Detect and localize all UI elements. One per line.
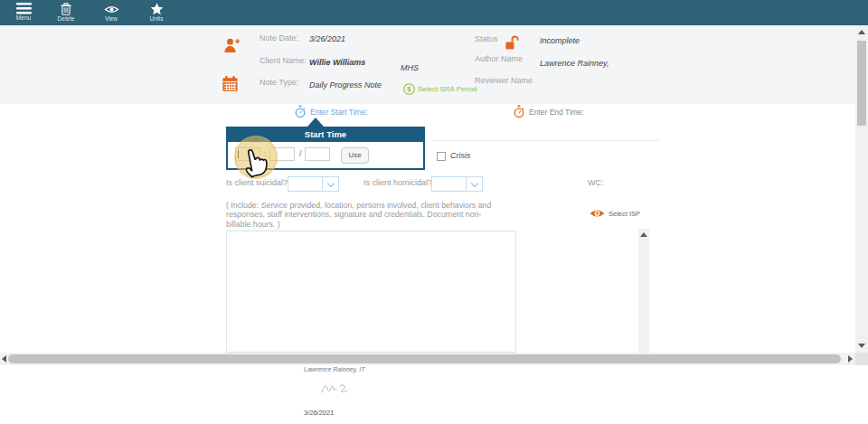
page-vertical-scrollbar[interactable] [855,25,868,353]
chevron-down-icon [326,179,334,186]
client-name-label: Client Name: [259,56,307,65]
status-value: Incomplete [540,36,580,45]
note-header-panel: Note Date: 3/26/2021 Client Name: Willie… [0,25,855,104]
signature-name: Lawrence Rainney, IT [304,366,365,372]
use-button[interactable]: Use [341,147,369,164]
isp-eye-icon [590,208,605,219]
signature-scribble [318,381,351,397]
ampm-input[interactable] [305,147,330,161]
author-name-label: Author Name [475,54,523,63]
select-sra-period-label: Select SRA Period [418,85,477,93]
signature-date: 3/26/2021 [304,409,334,417]
select-isp-label: Select ISP [609,210,640,218]
view-icon [104,4,119,15]
svg-text:$: $ [407,85,411,93]
status-label: Status [475,34,498,43]
note-type-value[interactable]: Daily Progress Note [309,80,382,90]
homicidal-dropdown[interactable] [431,176,483,192]
popup-pointer [307,118,324,127]
scrollbar-corner [855,353,868,365]
wc-label: WC: [588,178,604,187]
view-button[interactable]: View [94,0,128,28]
start-stopwatch-icon [294,105,307,118]
enter-start-time-link[interactable]: Enter Start Time: [294,105,368,118]
units-button[interactable]: Units [139,0,174,28]
time-row-divider [432,140,660,141]
note-textarea[interactable] [226,231,516,353]
note-panel-scrollbar[interactable] [638,229,649,353]
author-name-value: Lawrence Rainney, [540,59,609,68]
slash-separator: / [299,149,302,158]
scroll-up-arrow-icon[interactable] [640,232,647,237]
homicidal-question-label: Is client homicidal? [363,178,432,187]
select-sra-period-link[interactable]: $ Select SRA Period [403,83,477,95]
end-stopwatch-icon [513,105,525,118]
units-label: Units [150,16,164,23]
page-horizontal-scrollbar[interactable] [0,353,855,365]
enter-start-time-label: Enter Start Time: [310,108,368,117]
enter-end-time-link[interactable]: Enter End Time: [513,105,584,118]
note-type-label: Note Type: [259,78,298,87]
horizontal-scroll-thumb[interactable] [8,354,841,363]
top-toolbar: Menu Delete View Units [0,0,868,25]
enter-end-time-label: Enter End Time: [529,108,584,117]
dollar-icon: $ [403,83,415,95]
note-date-label: Note Date: [259,33,298,42]
scroll-left-arrow-icon[interactable] [2,355,6,363]
units-icon [150,3,164,15]
progress-note-screen: Menu Delete View Units Note Date: 3/26/2… [0,0,868,424]
menu-icon [16,3,32,14]
calendar-icon[interactable] [222,75,239,92]
menu-button[interactable]: Menu [7,0,40,28]
homicidal-dropdown-button[interactable] [466,177,482,191]
suicidal-dropdown[interactable] [288,176,339,192]
scroll-up-arrow-icon[interactable] [858,30,865,34]
vertical-scroll-thumb[interactable] [857,41,866,126]
program-value: MHS [401,63,419,72]
note-instructions-text: ( Include: Service provided, location, p… [226,201,499,229]
hand-pointer-icon [237,141,273,181]
crisis-label: Crisis [450,151,471,160]
select-isp-link[interactable]: Select ISP [590,208,640,219]
suicidal-question-label: Is client suicidal? [226,178,288,187]
crisis-checkbox[interactable] [437,152,446,161]
client-name-value[interactable]: Willie Williams [309,58,365,67]
delete-button[interactable]: Delete [48,0,84,28]
delete-label: Delete [58,16,75,23]
scroll-right-arrow-icon[interactable] [848,355,853,363]
view-label: View [105,16,118,23]
note-date-value[interactable]: 3/26/2021 [309,34,345,43]
scroll-down-arrow-icon[interactable] [858,344,865,348]
suicidal-dropdown-button[interactable] [322,177,338,191]
unlock-icon [505,35,519,51]
menu-label: Menu [16,15,31,22]
reviewer-name-label: Reviewer Name [475,76,533,85]
chevron-down-icon [470,179,477,186]
delete-icon [60,3,72,15]
add-client-icon[interactable] [222,37,241,54]
